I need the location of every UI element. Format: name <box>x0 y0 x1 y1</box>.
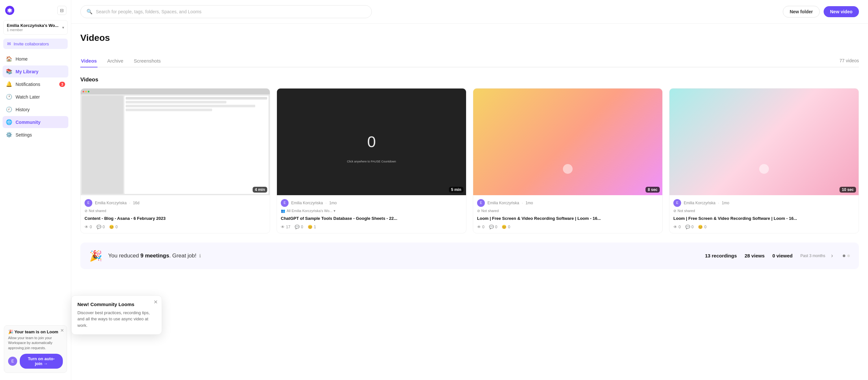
stats-next-arrow[interactable]: › <box>831 252 833 259</box>
auto-join-button[interactable]: Turn on auto-join → <box>20 354 63 369</box>
views-count-3: 0 <box>482 225 485 229</box>
popup-close-icon[interactable]: ✕ <box>154 300 158 305</box>
video-meta-1: E Emilia Korczyńska · 16d <box>85 199 266 207</box>
new-folder-button[interactable]: New folder <box>783 6 820 18</box>
emoji-icon-3: 😊 <box>502 225 506 229</box>
search-bar[interactable]: 🔍 Search for people, tags, folders, Spac… <box>80 5 372 18</box>
video-card-2[interactable]: 0 Click anywhere to PAUSE Countdown 5 mi… <box>277 88 466 233</box>
duration-badge-4: 10 sec <box>839 187 856 193</box>
team-promo-description: Allow your team to join your Workspace b… <box>8 335 63 350</box>
comment-icon-2: 💬 <box>295 225 300 229</box>
carousel-dots <box>843 255 850 257</box>
video-info-1: E Emilia Korczyńska · 16d ⊘ Not shared C… <box>81 195 270 233</box>
comment-icon-3: 💬 <box>489 225 494 229</box>
sidebar-item-notifications-label: Notifications <box>16 82 40 87</box>
video-title-4: Loom | Free Screen & Video Recording Sof… <box>673 215 855 222</box>
team-promo-card: ✕ 🎉 Your team is on Loom Allow your team… <box>4 325 67 373</box>
dot-yellow <box>85 91 87 92</box>
separator-4: · <box>718 201 719 205</box>
video-info-3: E Emilia Korczyńska · 1mo ⊘ Not shared L… <box>473 195 662 233</box>
sidebar-item-history[interactable]: 🕗 History <box>3 104 68 115</box>
sidebar-item-watch-later[interactable]: 🕐 Watch Later <box>3 91 68 103</box>
author-avatar-3: E <box>477 199 485 207</box>
video-share-4: ⊘ Not shared <box>673 209 855 213</box>
eye-icon-3: 👁 <box>477 225 481 229</box>
comments-count-2: 0 <box>301 225 303 229</box>
mail-icon: ✉ <box>7 41 11 47</box>
views-count-2: 17 <box>286 225 290 229</box>
video-stats-1: 👁 0 💬 0 😊 0 <box>85 225 266 229</box>
stats-text-suffix: . Great job! <box>169 253 196 259</box>
sidebar-toggle-button[interactable]: ⊟ <box>57 6 66 15</box>
stats-text: You reduced 9 meetings. Great job! ℹ <box>108 253 699 259</box>
separator-2: · <box>326 201 327 205</box>
sidebar: ⊟ Emilia Korczyńska's Wo... 1 member ▾ ✉… <box>0 0 71 380</box>
sidebar-item-watch-later-label: Watch Later <box>16 94 40 99</box>
share-status-2: All Emilia Korczyńska's Wo... <box>287 209 332 213</box>
video-card-3[interactable]: 8 sec E Emilia Korczyńska · 1mo ⊘ Not sh… <box>473 88 663 233</box>
duration-badge-2: 5 min <box>449 187 463 193</box>
video-card-1[interactable]: 4 min E Emilia Korczyńska · 16d ⊘ Not sh… <box>80 88 270 233</box>
sidebar-item-home[interactable]: 🏠 Home <box>3 53 68 65</box>
share-status-1: Not shared <box>89 209 106 213</box>
new-video-button[interactable]: New video <box>824 6 859 17</box>
stats-meetings: 9 meetings <box>141 253 169 259</box>
eye-icon-2: 👁 <box>281 225 285 229</box>
video-grid: 4 min E Emilia Korczyńska · 16d ⊘ Not sh… <box>80 88 859 233</box>
separator-1: · <box>129 201 130 205</box>
sidebar-item-my-library[interactable]: 📚 My Library <box>3 65 68 78</box>
video-card-4[interactable]: 10 sec E Emilia Korczyńska · 1mo ⊘ Not s… <box>669 88 859 233</box>
sidebar-item-home-label: Home <box>16 56 28 62</box>
workspace-selector[interactable]: Emilia Korczyńska's Wo... 1 member ▾ <box>3 20 68 35</box>
video-age-4: 1mo <box>722 201 729 205</box>
views-stat-4: 👁 0 <box>673 225 681 229</box>
click-text: Click anywhere to PAUSE Countdown <box>347 160 396 163</box>
chevron-down-share-icon: ▾ <box>334 209 336 213</box>
carousel-dot-1[interactable] <box>843 255 845 257</box>
logo <box>4 5 15 16</box>
carousel-dot-2[interactable] <box>847 255 850 257</box>
comment-icon-4: 💬 <box>685 225 690 229</box>
nav-items: 🏠 Home 📚 My Library 🔔 Notifications 3 🕐 … <box>0 53 71 141</box>
person-avatar-thumb-4 <box>759 164 769 174</box>
invite-collaborators-button[interactable]: ✉ Invite collaborators <box>3 38 68 49</box>
team-promo-close-icon[interactable]: ✕ <box>60 328 64 333</box>
notifications-badge: 3 <box>59 82 65 87</box>
video-title-2: ChatGPT of Sample Tools Database - Googl… <box>281 215 462 222</box>
reactions-count-4: 0 <box>704 225 706 229</box>
lock-icon: ⊘ <box>85 209 88 213</box>
tab-archive[interactable]: Archive <box>106 55 124 67</box>
views-value: 28 views <box>745 253 765 258</box>
stats-metrics: 13 recordings 28 views 0 viewed Past 3 m… <box>705 253 825 258</box>
video-info-2: E Emilia Korczyńska · 1mo 👥 All Emilia K… <box>277 195 466 233</box>
video-share-3: ⊘ Not shared <box>477 209 658 213</box>
sidebar-item-notifications[interactable]: 🔔 Notifications 3 <box>3 78 68 90</box>
home-icon: 🏠 <box>6 56 12 62</box>
comments-stat-2: 💬 0 <box>295 225 303 229</box>
duration-badge-1: 4 min <box>253 187 267 193</box>
workspace-members: 1 member <box>7 28 59 32</box>
thumb-bg-1 <box>81 89 270 195</box>
comments-stat-4: 💬 0 <box>685 225 694 229</box>
thumb-bg-2: 0 Click anywhere to PAUSE Countdown <box>277 89 466 195</box>
video-stats-2: 👁 17 💬 0 😊 1 <box>281 225 462 229</box>
content-tabs: Videos Archive Screenshots 77 videos <box>80 55 859 67</box>
sidebar-header: ⊟ <box>0 0 71 19</box>
library-icon: 📚 <box>6 68 12 75</box>
bell-icon: 🔔 <box>6 81 12 87</box>
countdown-number: 0 <box>367 133 376 151</box>
tab-screenshots[interactable]: Screenshots <box>133 55 161 67</box>
sidebar-item-history-label: History <box>16 107 30 112</box>
sidebar-item-community[interactable]: 🌐 Community <box>3 116 68 128</box>
video-title-3: Loom | Free Screen & Video Recording Sof… <box>477 215 658 222</box>
reactions-stat-4: 😊 0 <box>698 225 706 229</box>
comments-stat-3: 💬 0 <box>489 225 497 229</box>
tab-videos[interactable]: Videos <box>80 55 97 67</box>
video-stats-3: 👁 0 💬 0 😊 0 <box>477 225 658 229</box>
popup-title: New! Community Looms <box>78 301 156 307</box>
author-avatar-2: E <box>281 199 288 207</box>
separator-3: · <box>522 201 523 205</box>
video-thumbnail-3: 8 sec <box>473 89 662 195</box>
sidebar-item-settings[interactable]: ⚙️ Settings <box>3 129 68 141</box>
duration-badge-3: 8 sec <box>646 187 660 193</box>
